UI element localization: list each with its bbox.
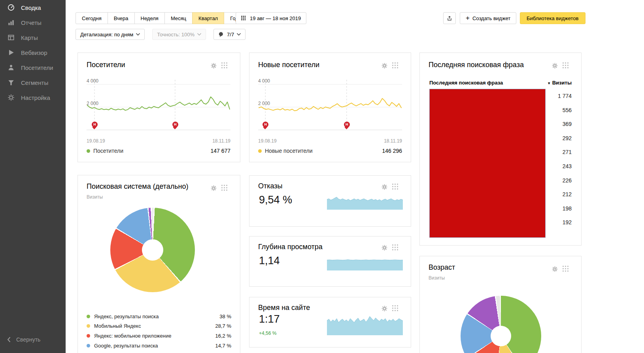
widget-settings-gear-icon[interactable] xyxy=(551,62,558,69)
widget-settings-gear-icon[interactable] xyxy=(381,184,388,190)
create-widget-button[interactable]: + Создать виджет xyxy=(460,12,516,24)
sidebar-item-webvisor[interactable]: Вебвизор xyxy=(0,45,66,60)
pie-legend: Яндекс, результаты поиска38 % Мобильный … xyxy=(87,312,231,353)
legend-item: Яндекс, результаты поиска38 % xyxy=(87,312,231,321)
widget-drag-handle-icon[interactable] xyxy=(563,62,568,68)
kpi-delta: +4,56 % xyxy=(259,330,276,336)
period-yesterday[interactable]: Вчера xyxy=(108,12,135,24)
sidebar-item-label: Отчеты xyxy=(21,19,42,26)
donut-hole xyxy=(142,239,163,261)
x-axis-dates: 19.08.19 18.11.19 xyxy=(258,138,402,144)
widget-bounces: Отказы 9,54 % xyxy=(249,175,411,227)
table-row-value: 212 xyxy=(544,188,572,202)
widget-drag-handle-icon[interactable] xyxy=(392,62,398,68)
detalization-dropdown[interactable]: Детализация: по дням xyxy=(76,29,145,40)
bar-chart-icon xyxy=(7,19,15,26)
sidebar-item-visitors[interactable]: Посетители xyxy=(0,60,66,75)
speech-bubble-icon xyxy=(218,32,224,38)
age-donut-chart[interactable] xyxy=(461,296,541,353)
period-selector: Сегодня Вчера Неделя Месяц Квартал Год xyxy=(76,12,245,24)
search-engine-donut-chart[interactable] xyxy=(110,208,195,292)
chevron-down-icon xyxy=(237,33,241,36)
chart-legend: Новые посетители 146 296 xyxy=(258,148,402,154)
sidebar-item-label: Посетители xyxy=(21,64,53,71)
legend-value: 38 % xyxy=(219,314,231,319)
legend-total: 146 296 xyxy=(382,148,402,154)
widget-title: Посетители xyxy=(87,61,125,69)
widget-settings-gear-icon[interactable] xyxy=(381,62,388,69)
legend-value: 16,2 % xyxy=(215,333,231,339)
sidebar-item-maps[interactable]: Карты xyxy=(0,30,66,45)
period-today[interactable]: Сегодня xyxy=(76,12,108,24)
funnel-icon xyxy=(7,79,15,86)
widget-title: Новые посетители xyxy=(258,61,319,69)
accuracy-dropdown[interactable]: Точность: 100% xyxy=(152,29,206,40)
sidebar-collapse-button[interactable]: Свернуть xyxy=(7,336,40,343)
widget-drag-handle-icon[interactable] xyxy=(221,62,227,68)
legend-label: Новые посетители xyxy=(265,148,313,154)
legend-label: Яндекс, результаты поиска xyxy=(94,314,159,319)
kpi-value: 1,14 xyxy=(259,255,280,267)
bounces-sparkline xyxy=(327,193,403,210)
sidebar-item-settings[interactable]: Настройка xyxy=(0,90,66,105)
annotation-marker[interactable]: Н xyxy=(172,122,178,128)
comments-dropdown[interactable]: 7/7 xyxy=(213,29,246,40)
widget-subtitle: Визиты xyxy=(429,275,445,281)
widget-drag-handle-icon[interactable] xyxy=(392,305,398,311)
date-end: 18.11.19 xyxy=(384,138,402,144)
sidebar-item-summary[interactable]: Сводка xyxy=(0,0,66,15)
widget-settings-gear-icon[interactable] xyxy=(381,244,388,251)
widget-settings-gear-icon[interactable] xyxy=(551,266,558,272)
new-visitors-line-chart[interactable]: 2 0004 000НН xyxy=(258,77,402,137)
accuracy-label: Точность: 100% xyxy=(157,32,195,38)
visits-values-column: 1 774 556 369 292 271 243 226 212 198 19… xyxy=(544,89,572,230)
period-week[interactable]: Неделя xyxy=(134,12,165,24)
legend-label: Google, результаты поиска xyxy=(94,343,158,349)
sidebar: Сводка Отчеты Карты Вебвизор Посетители … xyxy=(0,0,66,353)
date-range-label: 19 авг — 18 ноя 2019 xyxy=(250,15,301,21)
widget-age: Возраст Визиты xyxy=(419,256,582,353)
create-widget-label: Создать виджет xyxy=(472,15,510,21)
legend-dot xyxy=(87,315,90,318)
widget-title: Возраст xyxy=(429,263,455,272)
legend-value: 14,7 % xyxy=(215,343,231,349)
widget-settings-gear-icon[interactable] xyxy=(210,62,217,69)
widget-drag-handle-icon[interactable] xyxy=(392,184,398,190)
table-row-value: 1 774 xyxy=(544,89,572,103)
widget-drag-handle-icon[interactable] xyxy=(392,244,398,250)
export-button[interactable] xyxy=(443,12,456,24)
column-header-visits[interactable]: ▼ Визиты xyxy=(547,80,572,86)
legend-item: Яндекс: мобильное приложение16,2 % xyxy=(87,331,231,341)
widget-last-search-phrase: Последняя поисковая фраза Последняя поис… xyxy=(419,53,582,246)
annotation-marker[interactable]: Н xyxy=(92,122,98,128)
period-quarter[interactable]: Квартал xyxy=(192,12,224,24)
period-month[interactable]: Месяц xyxy=(164,12,193,24)
legend-dot xyxy=(87,334,90,338)
widget-title: Отказы xyxy=(258,182,283,190)
column-header-visits-label: Визиты xyxy=(552,80,572,86)
widget-new-visitors: Новые посетители 2 0004 000НН 19.08.19 1… xyxy=(249,53,411,162)
widget-library-label: Библиотека виджетов xyxy=(527,15,579,21)
svg-text:4 000: 4 000 xyxy=(258,78,270,84)
widget-subtitle: Визиты xyxy=(87,194,103,200)
legend-label: Мобильный Яндекс xyxy=(94,323,141,329)
sidebar-item-reports[interactable]: Отчеты xyxy=(0,15,66,30)
date-range-button[interactable]: 19 авг — 18 ноя 2019 xyxy=(236,12,306,24)
visitors-line-chart[interactable]: 2 0004 000НН xyxy=(87,77,230,137)
widget-drag-handle-icon[interactable] xyxy=(563,266,568,272)
table-row-value: 369 xyxy=(544,117,572,131)
sidebar-item-label: Настройка xyxy=(21,94,50,101)
censored-phrases-overlay xyxy=(429,89,546,238)
sidebar-item-segments[interactable]: Сегменты xyxy=(0,75,66,90)
table-row-value: 192 xyxy=(544,216,572,230)
play-icon xyxy=(7,49,15,56)
widget-drag-handle-icon[interactable] xyxy=(221,185,227,191)
layout-icon xyxy=(7,34,15,41)
sidebar-item-label: Карты xyxy=(21,34,38,41)
x-axis-dates: 19.08.19 18.11.19 xyxy=(87,138,230,144)
widget-search-engine: Поисковая система (детально) Визиты Янде… xyxy=(77,175,240,353)
svg-text:2 000: 2 000 xyxy=(87,101,98,106)
widget-library-button[interactable]: Библиотека виджетов xyxy=(520,12,585,24)
widget-settings-gear-icon[interactable] xyxy=(210,185,217,192)
annotation-marker[interactable]: Н xyxy=(344,122,350,128)
